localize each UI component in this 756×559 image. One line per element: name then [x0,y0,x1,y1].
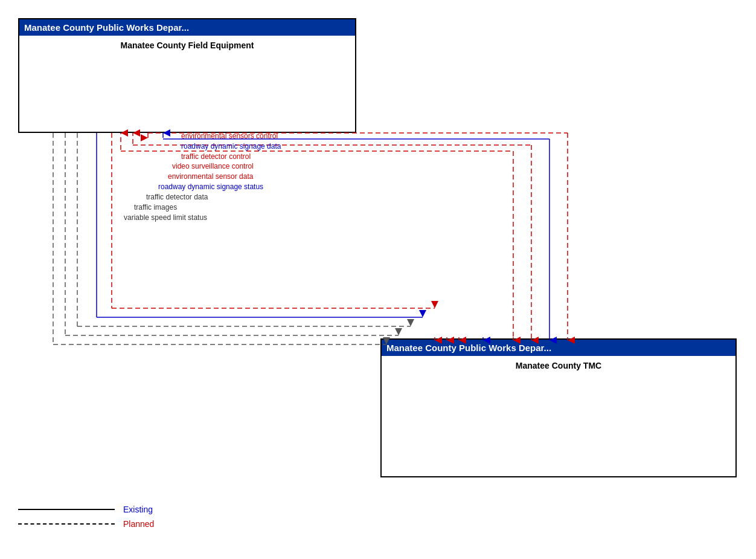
tmc-box: Manatee County Public Works Depar... Man… [380,338,737,477]
field-equipment-header: Manatee County Public Works Depar... [19,19,355,36]
label-env-sensor-data: environmental sensor data [168,172,253,181]
legend-existing: Existing [18,505,154,514]
tmc-body: Manatee County TMC [382,356,735,375]
label-traffic-detector-data: traffic detector data [146,193,208,201]
tmc-header: Manatee County Public Works Depar... [382,340,735,356]
label-roadway-signage-data: roadway dynamic signage data [181,142,281,150]
diagram-container: Manatee County Public Works Depar... Man… [0,0,756,559]
label-roadway-signage-status: roadway dynamic signage status [158,183,263,191]
legend-planned: Planned [18,519,154,529]
label-traffic-images: traffic images [134,203,177,212]
field-equipment-body: Manatee County Field Equipment [19,36,355,55]
label-variable-speed-limit: variable speed limit status [124,213,207,222]
legend-existing-label: Existing [123,505,153,514]
legend: Existing Planned [18,505,154,529]
label-video-surveillance-control: video surveillance control [172,162,254,170]
label-traffic-detector-control: traffic detector control [181,152,251,161]
field-equipment-box: Manatee County Public Works Depar... Man… [18,18,356,133]
legend-planned-line [18,523,115,525]
label-env-sensors-control: environmental sensors control [181,132,278,140]
legend-existing-line [18,509,115,510]
legend-planned-label: Planned [123,519,154,529]
